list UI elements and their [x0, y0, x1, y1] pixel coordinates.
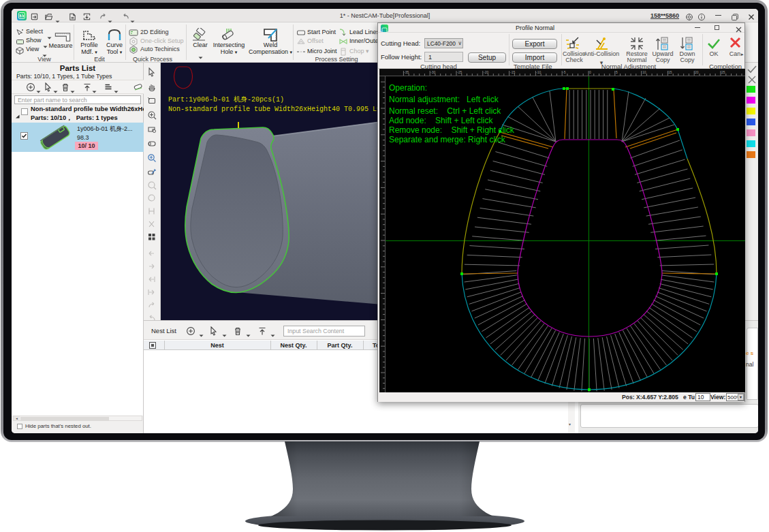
- svg-text:-15: -15: [510, 70, 515, 74]
- svg-text:-10: -10: [536, 70, 541, 74]
- svg-text:-25: -25: [457, 70, 462, 74]
- svg-text:25: 25: [721, 70, 725, 74]
- svg-text:0: 0: [589, 70, 591, 74]
- svg-text:Remove node: Shift + Right: Remove node: Shift + Right click: [389, 125, 515, 135]
- svg-text:Normal adjustment: Left clic: Normal adjustment: Left click: [389, 95, 499, 104]
- svg-text:-35: -35: [404, 70, 409, 74]
- svg-text:5: 5: [616, 70, 618, 74]
- svg-text:Separate and merge: Right clic: Separate and merge: Right click: [389, 135, 506, 144]
- svg-text:Normal reset: Ctrl + Left c: Normal reset: Ctrl + Left click: [389, 106, 501, 116]
- svg-text:Part:1y006-b-01 机身-20pcs(1): Part:1y006-b-01 机身-20pcs(1): [168, 95, 284, 104]
- svg-text:-30: -30: [430, 70, 435, 74]
- svg-text:Add node: Shift + Left clic: Add node: Shift + Left click: [389, 116, 493, 125]
- svg-text:20: 20: [695, 70, 699, 74]
- svg-text:-5: -5: [563, 70, 566, 74]
- svg-text:Operation:: Operation:: [389, 83, 427, 93]
- svg-text:Non-standard profile tube Widt: Non-standard profile tube Width26xHeight…: [168, 106, 385, 113]
- svg-text:10: 10: [642, 70, 646, 74]
- svg-text:-20: -20: [484, 70, 488, 74]
- svg-text:15: 15: [668, 70, 672, 74]
